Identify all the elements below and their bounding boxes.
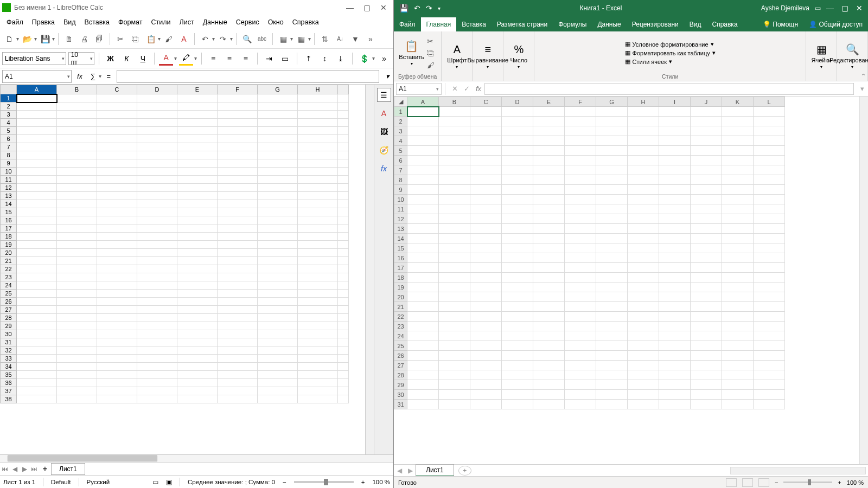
cell[interactable]	[502, 195, 533, 204]
cell[interactable]	[722, 322, 754, 331]
tab-file[interactable]: Файл	[394, 17, 421, 31]
cell[interactable]	[470, 322, 502, 331]
cell[interactable]	[407, 292, 439, 302]
cell[interactable]	[596, 156, 628, 165]
row-header[interactable]: 28	[1, 314, 17, 322]
currency-icon[interactable]: 💲	[357, 52, 371, 66]
cell[interactable]	[754, 273, 785, 282]
preview-icon[interactable]: 🗐	[92, 32, 106, 46]
cell[interactable]	[177, 143, 218, 151]
cell[interactable]	[722, 263, 754, 273]
cell[interactable]	[533, 175, 565, 185]
cell[interactable]	[218, 216, 258, 224]
cell[interactable]	[57, 111, 97, 119]
cell[interactable]	[407, 175, 439, 185]
cell[interactable]	[218, 102, 258, 111]
cell[interactable]	[722, 126, 754, 136]
cell[interactable]	[17, 371, 57, 379]
cell[interactable]	[596, 136, 628, 146]
cell[interactable]	[137, 298, 177, 306]
cell[interactable]	[533, 302, 565, 312]
cell[interactable]	[298, 330, 338, 338]
cell[interactable]	[470, 107, 502, 117]
cell[interactable]	[565, 224, 596, 234]
cell[interactable]	[754, 117, 785, 126]
cell[interactable]	[565, 380, 596, 390]
cell[interactable]	[470, 195, 502, 204]
cell[interactable]	[137, 290, 177, 298]
cell[interactable]	[533, 156, 565, 165]
cell[interactable]	[17, 111, 57, 119]
cell[interactable]	[691, 390, 722, 400]
cell[interactable]	[177, 281, 218, 290]
column-header[interactable]: E	[533, 97, 565, 107]
save-icon[interactable]: 💾	[38, 32, 52, 46]
cell[interactable]	[57, 127, 97, 135]
number-group-button[interactable]: %Число▾	[508, 43, 529, 69]
cell[interactable]	[97, 94, 137, 102]
row-header[interactable]: 6	[1, 135, 17, 143]
cell[interactable]	[177, 257, 218, 265]
insert-mode-icon[interactable]: ▭	[152, 478, 158, 486]
row-header[interactable]: 15	[394, 243, 407, 253]
cell[interactable]	[177, 159, 218, 168]
cell[interactable]	[407, 195, 439, 204]
cell[interactable]	[565, 234, 596, 243]
cell[interactable]	[177, 387, 218, 395]
cell[interactable]	[177, 314, 218, 322]
cell[interactable]	[533, 107, 565, 117]
cell[interactable]	[596, 107, 628, 117]
cell[interactable]	[177, 273, 218, 281]
cell[interactable]	[691, 282, 722, 292]
cell[interactable]	[628, 292, 659, 302]
cell[interactable]	[298, 290, 338, 298]
minimize-icon[interactable]: —	[346, 3, 354, 12]
cell[interactable]	[470, 302, 502, 312]
cell[interactable]	[628, 165, 659, 175]
cell[interactable]	[628, 146, 659, 156]
redo-icon[interactable]: ↷	[216, 32, 230, 46]
cell[interactable]	[502, 253, 533, 263]
cell[interactable]	[298, 151, 338, 159]
menu-help[interactable]: Справка	[288, 17, 323, 28]
cell[interactable]	[407, 253, 439, 263]
menu-sheet[interactable]: Лист	[175, 17, 198, 28]
cell[interactable]	[218, 143, 258, 151]
cell[interactable]	[565, 146, 596, 156]
cell[interactable]	[258, 192, 298, 200]
cell[interactable]	[97, 281, 137, 290]
cell[interactable]	[565, 351, 596, 361]
cell[interactable]	[628, 380, 659, 390]
cell[interactable]	[596, 224, 628, 234]
cell[interactable]	[565, 331, 596, 341]
cell[interactable]	[691, 331, 722, 341]
row-header[interactable]: 1	[1, 94, 17, 102]
status-lang[interactable]: Русский	[87, 479, 110, 485]
cell[interactable]	[298, 346, 338, 355]
cell[interactable]	[177, 151, 218, 159]
cell[interactable]	[258, 233, 298, 241]
cell[interactable]	[502, 341, 533, 351]
cell[interactable]	[754, 204, 785, 214]
cell[interactable]	[565, 341, 596, 351]
horizontal-scrollbar[interactable]	[730, 467, 866, 474]
zoom-out-icon[interactable]: −	[283, 479, 286, 485]
menu-format[interactable]: Формат	[114, 17, 146, 28]
cell[interactable]	[659, 341, 691, 351]
cell[interactable]	[97, 159, 137, 168]
cell[interactable]	[470, 165, 502, 175]
cell[interactable]	[17, 184, 57, 192]
cell[interactable]	[628, 253, 659, 263]
cell[interactable]	[754, 322, 785, 331]
cell[interactable]	[218, 314, 258, 322]
cell[interactable]	[17, 338, 57, 346]
cell[interactable]	[533, 322, 565, 331]
row-header[interactable]: 18	[1, 233, 17, 241]
menu-data[interactable]: Данные	[199, 17, 232, 28]
cell[interactable]	[439, 400, 470, 409]
cell[interactable]	[177, 355, 218, 363]
cell[interactable]	[628, 390, 659, 400]
row-header[interactable]: 19	[394, 282, 407, 292]
cell[interactable]	[439, 156, 470, 165]
row-header[interactable]: 30	[1, 330, 17, 338]
